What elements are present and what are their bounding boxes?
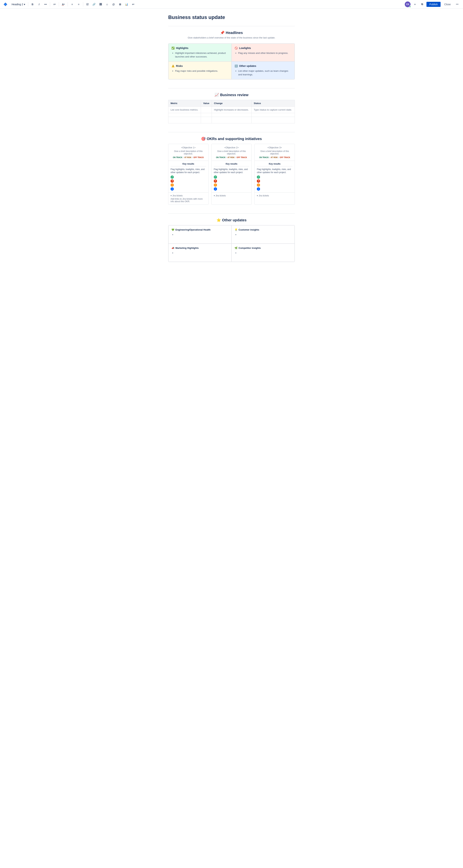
number-list-button[interactable]: ≡ <box>76 1 82 7</box>
mention-button[interactable]: @ <box>111 1 116 7</box>
other-updates-label: Other updates <box>239 64 256 67</box>
template-button[interactable]: ⧉ <box>419 1 425 7</box>
headlines-header: 📌 Headlines Give stakeholders a brief ov… <box>168 31 295 39</box>
warning-icon: ! <box>257 183 260 187</box>
jira-desc: Add links to Jira tickets with more info… <box>171 198 206 203</box>
headlines-cards-grid: ✅ Highlights Highlight important milesto… <box>168 43 295 80</box>
add-user-button[interactable]: + <box>412 1 418 7</box>
okrs-icon: 🎯 <box>201 137 206 141</box>
bold-button[interactable]: B <box>30 1 35 7</box>
list-item: Flag any misses and other blockers to pr… <box>238 51 292 55</box>
other-updates-section-icon: ⭐ <box>216 218 221 222</box>
okr-card-2: <Objective 2> Give a brief description o… <box>211 144 252 205</box>
competitor-insights-card: 🌿 Competitor insights <box>231 244 295 262</box>
customer-insights-icon: 💡 <box>235 228 237 231</box>
marketing-highlights-list <box>171 251 228 259</box>
on-track-badge: ON TRACK <box>259 156 269 158</box>
emoji-icon: ☺ <box>106 3 108 6</box>
info-icon: i <box>257 187 260 191</box>
warning-icon: ! <box>171 183 174 187</box>
badge-separator: / <box>279 156 279 158</box>
info-icon: i <box>171 187 174 191</box>
cell-value <box>201 113 212 117</box>
mention-icon: @ <box>112 3 115 6</box>
heading-selector[interactable]: Heading 2 ▾ <box>10 2 27 6</box>
text-color-button[interactable]: A ▾ <box>60 1 66 7</box>
other-updates-title: ⭐ Other updates <box>168 218 295 222</box>
chart-button[interactable]: 📊 <box>124 1 129 7</box>
link-button[interactable]: 🔗 <box>91 1 97 7</box>
jira-toggle[interactable]: ▾ Jira tickets <box>171 194 206 197</box>
business-review-header: 📈 Business review <box>168 93 295 97</box>
list-item <box>175 251 228 254</box>
jira-toggle[interactable]: ▾ Jira tickets <box>257 194 292 197</box>
risks-icon: ⚠️ <box>171 64 175 67</box>
badge-separator: / <box>235 156 236 158</box>
okr-2-jira: ▾ Jira tickets <box>212 193 252 199</box>
insert-more-arrow-icon: ▾ <box>133 3 134 5</box>
list-item <box>238 233 292 236</box>
table-button[interactable]: ⊞ <box>117 1 123 7</box>
okr-1-key-results: Key results Flag highlights, lowlights, … <box>168 161 208 193</box>
emoji-button[interactable]: ☺ <box>104 1 110 7</box>
col-metric: Metric <box>168 100 201 106</box>
on-track-icon: ✓ <box>171 176 174 179</box>
other-updates-section: ⭐ Other updates 💚 Engineering/Operationa… <box>168 218 295 262</box>
lowlights-card: 🚫 Lowlights Flag any misses and other bl… <box>231 43 295 61</box>
okr-1-kr-desc: Flag highlights, lowlights, risks, and o… <box>171 168 206 174</box>
toolbar-separator-3 <box>59 2 59 6</box>
okr-1-jira: ▾ Jira tickets Add links to Jira tickets… <box>168 193 208 205</box>
okr-card-1: <Objective 1> Give a brief description o… <box>168 144 208 205</box>
bullet-list-button[interactable]: ≡ <box>69 1 75 7</box>
lowlights-icon: 🚫 <box>235 46 238 50</box>
headlines-section: 📌 Headlines Give stakeholders a brief ov… <box>168 31 295 80</box>
col-value: Value <box>201 100 212 106</box>
error-icon: ✕ <box>214 179 217 183</box>
insert-more-button[interactable]: + ▾ <box>130 1 136 7</box>
headlines-icon: 📌 <box>220 31 225 35</box>
italic-button[interactable]: I <box>36 1 42 7</box>
image-icon: 🖼 <box>99 3 102 6</box>
close-button[interactable]: Close <box>442 2 453 7</box>
more-formatting-button[interactable]: ••• <box>43 1 49 7</box>
align-chevron-icon: ▾ <box>55 3 56 5</box>
toolbar-separator-1 <box>28 2 28 6</box>
customer-insights-list <box>235 233 292 241</box>
cell-status <box>252 117 295 123</box>
lowlights-card-header: 🚫 Lowlights <box>235 46 292 50</box>
cell-change <box>212 113 252 117</box>
okr-3-desc: Give a brief description of this objecti… <box>257 150 292 155</box>
other-updates-header: ⭐ Other updates <box>168 218 295 222</box>
okr-3-badges: ON TRACK / AT RISK / OFF TRACK <box>257 156 292 158</box>
bullet-list-icon: ≡ <box>71 3 73 6</box>
align-button[interactable]: ≡ ▾ <box>52 1 57 7</box>
cell-metric <box>168 117 201 123</box>
jira-label: Jira tickets <box>215 194 226 197</box>
image-button[interactable]: 🖼 <box>98 1 104 7</box>
cell-change: Highlight increases or decreases. <box>212 106 252 113</box>
okr-3-kr-desc: Flag highlights, lowlights, risks, and o… <box>257 168 292 174</box>
publish-button[interactable]: Publish <box>427 2 440 7</box>
list-item: List other major updates, such as team c… <box>238 69 292 76</box>
more-options-button[interactable]: ••• <box>454 1 460 7</box>
okr-2-kr-desc: Flag highlights, lowlights, risks, and o… <box>214 168 250 174</box>
highlights-icon: ✅ <box>171 46 175 50</box>
user-avatar[interactable]: CK <box>405 1 410 7</box>
customer-insights-card: 💡 Customer insights <box>231 225 295 244</box>
okr-2-badges: ON TRACK / AT RISK / OFF TRACK <box>214 156 250 158</box>
okr-2-header: <Objective 2> Give a brief description o… <box>212 144 252 161</box>
jira-toggle[interactable]: ▾ Jira tickets <box>214 194 250 197</box>
chevron-down-icon: ▾ <box>257 194 258 197</box>
toolbar-separator-5 <box>83 2 83 6</box>
error-icon: ✕ <box>171 179 174 183</box>
other-updates-icon: ℹ️ <box>235 64 238 67</box>
task-button[interactable]: ☑ <box>85 1 90 7</box>
page-title: Business status update <box>168 14 295 20</box>
off-track-badge: OFF TRACK <box>193 156 204 158</box>
okr-3-kr-title: Key results <box>257 163 292 166</box>
other-updates-grid: 💚 Engineering/Operational Health 💡 Custo… <box>168 225 295 262</box>
engineering-header: 💚 Engineering/Operational Health <box>171 228 228 231</box>
table-icon: ⊞ <box>119 3 121 6</box>
at-risk-badge: AT RISK <box>184 156 191 158</box>
table-row: List core business metrics. Highlight in… <box>168 106 295 113</box>
